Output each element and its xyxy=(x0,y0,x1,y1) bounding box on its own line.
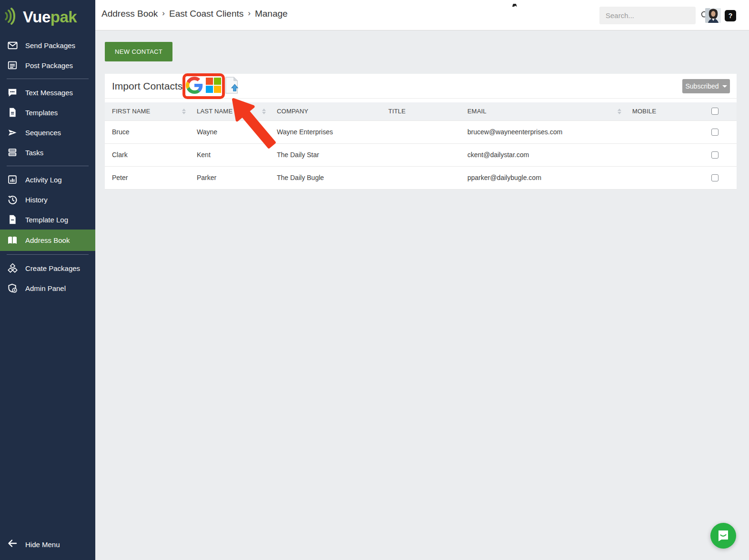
subscribed-filter-dropdown[interactable]: Subscribed xyxy=(682,79,730,93)
cell-last-name: Wayne xyxy=(190,120,270,143)
top-header: Address Book › East Coast Clients › Mana… xyxy=(95,0,749,30)
help-button[interactable]: ? xyxy=(725,10,736,21)
hide-menu-button[interactable]: Hide Menu xyxy=(0,534,95,554)
cell-mobile xyxy=(625,143,705,166)
sort-icon xyxy=(617,109,621,114)
cell-select xyxy=(705,166,737,189)
chat-launcher-button[interactable] xyxy=(710,523,736,549)
table-gap xyxy=(105,99,737,102)
column-header-title[interactable]: TITLE xyxy=(381,102,460,120)
bar-chart-icon xyxy=(7,174,18,185)
sidebar-divider xyxy=(7,79,89,79)
sidebar: Vuepak Send Packages Post Packages Text … xyxy=(0,0,95,560)
sidebar-divider xyxy=(7,166,89,166)
import-contacts-title: Import Contacts xyxy=(112,80,182,92)
user-avatar[interactable] xyxy=(705,8,721,23)
column-header-select-all xyxy=(705,102,737,120)
cell-title xyxy=(381,143,460,166)
microsoft-import-button[interactable] xyxy=(205,77,222,95)
row-checkbox[interactable] xyxy=(711,129,719,136)
tasks-list-icon xyxy=(7,147,18,158)
breadcrumb-address-book[interactable]: Address Book xyxy=(101,9,158,19)
table-row[interactable]: Clark Kent The Daily Star ckent@dailysta… xyxy=(105,143,737,166)
cell-company: Wayne Enterprises xyxy=(270,120,381,143)
breadcrumb-separator: › xyxy=(162,9,165,18)
main-content: NEW CONTACT Import Contacts xyxy=(95,30,749,560)
envelope-icon xyxy=(7,40,18,51)
admin-shield-icon xyxy=(7,282,18,294)
open-book-icon xyxy=(7,235,18,246)
chat-smile-bubble-icon xyxy=(717,529,730,543)
sort-icon xyxy=(262,109,266,114)
row-checkbox[interactable] xyxy=(711,151,719,159)
sidebar-item-admin-panel[interactable]: Admin Panel xyxy=(0,278,95,298)
file-upload-icon xyxy=(224,76,239,96)
send-plane-icon xyxy=(7,127,18,138)
microsoft-logo-icon xyxy=(205,77,222,95)
table-header-row: FIRST NAME LAST NAME COMPANY TITLE EMAIL… xyxy=(105,102,737,120)
brand-logo: Vuepak xyxy=(0,0,95,35)
column-header-mobile[interactable]: MOBILE xyxy=(625,102,705,120)
card-header: Import Contacts xyxy=(105,74,737,99)
cell-last-name: Kent xyxy=(190,143,270,166)
cubes-icon xyxy=(7,262,18,274)
column-header-email[interactable]: EMAIL xyxy=(460,102,625,120)
search-box xyxy=(599,7,696,24)
cell-company: The Daily Star xyxy=(270,143,381,166)
sidebar-item-create-packages[interactable]: Create Packages xyxy=(0,258,95,278)
cell-title xyxy=(381,166,460,189)
search-input[interactable] xyxy=(599,11,700,20)
google-logo-icon xyxy=(186,77,203,95)
sidebar-divider xyxy=(7,254,89,255)
cell-email: pparker@dailybugle.com xyxy=(460,166,625,189)
sidebar-item-templates[interactable]: Templates xyxy=(0,102,95,122)
table-row[interactable]: Peter Parker The Daily Bugle pparker@dai… xyxy=(105,166,737,189)
chevron-down-icon xyxy=(722,85,727,88)
chat-bubble-icon xyxy=(7,87,18,98)
breadcrumb-manage: Manage xyxy=(255,9,288,19)
column-header-last-name[interactable]: LAST NAME xyxy=(190,102,270,120)
cell-mobile xyxy=(625,166,705,189)
select-all-checkbox[interactable] xyxy=(711,108,719,115)
sidebar-item-tasks[interactable]: Tasks xyxy=(0,142,95,162)
sort-icon xyxy=(182,109,186,114)
cell-first-name: Peter xyxy=(105,166,190,189)
cell-select xyxy=(705,143,737,166)
history-clock-icon xyxy=(7,194,18,205)
sidebar-item-text-messages[interactable]: Text Messages xyxy=(0,82,95,102)
sidebar-item-template-log[interactable]: Template Log xyxy=(0,210,95,230)
brand-name: Vuepak xyxy=(23,8,77,26)
arrow-left-icon xyxy=(7,538,18,551)
sidebar-item-post-packages[interactable]: Post Packages xyxy=(0,55,95,75)
breadcrumb-east-coast-clients[interactable]: East Coast Clients xyxy=(169,9,243,19)
template-file-icon xyxy=(7,107,18,118)
import-icons-group xyxy=(186,76,239,96)
cell-email: brucew@wayneenterprises.com xyxy=(460,120,625,143)
cell-first-name: Bruce xyxy=(105,120,190,143)
sidebar-item-history[interactable]: History xyxy=(0,190,95,210)
cell-title xyxy=(381,120,460,143)
column-header-first-name[interactable]: FIRST NAME xyxy=(105,102,190,120)
post-document-icon xyxy=(7,60,18,71)
cell-company: The Daily Bugle xyxy=(270,166,381,189)
table-row[interactable]: Bruce Wayne Wayne Enterprises brucew@way… xyxy=(105,120,737,143)
cell-email: ckent@dailystar.com xyxy=(460,143,625,166)
breadcrumb: Address Book › East Coast Clients › Mana… xyxy=(101,9,288,19)
sidebar-item-activity-log[interactable]: Activity Log xyxy=(0,170,95,190)
template-log-file-icon xyxy=(7,214,18,225)
sidebar-item-address-book[interactable]: Address Book xyxy=(0,230,95,251)
new-contact-button[interactable]: NEW CONTACT xyxy=(105,42,172,61)
contacts-table: FIRST NAME LAST NAME COMPANY TITLE EMAIL… xyxy=(105,102,737,190)
sidebar-item-sequences[interactable]: Sequences xyxy=(0,122,95,142)
google-import-button[interactable] xyxy=(186,77,203,95)
file-upload-import-button[interactable] xyxy=(224,76,239,96)
cell-last-name: Parker xyxy=(190,166,270,189)
cell-mobile xyxy=(625,120,705,143)
contacts-card: Import Contacts xyxy=(105,74,737,190)
breadcrumb-separator: › xyxy=(248,9,251,18)
cell-select xyxy=(705,120,737,143)
row-checkbox[interactable] xyxy=(711,174,719,181)
sidebar-item-send-packages[interactable]: Send Packages xyxy=(0,35,95,55)
cell-first-name: Clark xyxy=(105,143,190,166)
column-header-company[interactable]: COMPANY xyxy=(270,102,381,120)
